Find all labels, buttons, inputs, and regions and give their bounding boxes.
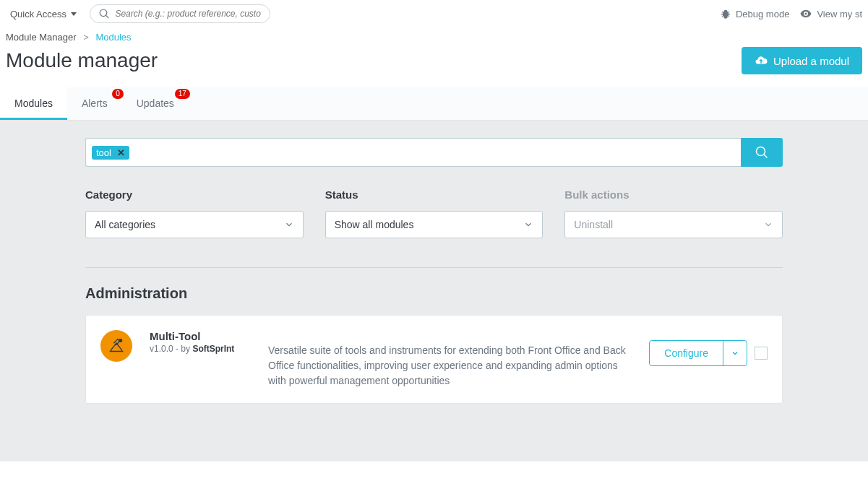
view-shop-label: View my st <box>817 9 862 19</box>
chevron-down-icon <box>731 349 739 357</box>
status-filter: Status Show all modules <box>325 188 543 238</box>
configure-button-group: Configure <box>649 340 747 366</box>
tab-updates-label: Updates <box>137 97 174 109</box>
search-tag: tool ✕ <box>92 146 129 160</box>
search-tag-text: tool <box>96 147 111 158</box>
category-label: Category <box>85 188 304 201</box>
search-icon <box>755 146 768 159</box>
section-divider <box>85 267 783 268</box>
status-value: Show all modules <box>335 219 414 230</box>
tab-modules-label: Modules <box>14 97 53 109</box>
section-title: Administration <box>85 285 783 302</box>
topbar: Quick Access Debug mode View my st <box>0 0 868 30</box>
tab-updates-badge: 17 <box>175 89 190 99</box>
category-select[interactable]: All categories <box>85 211 304 238</box>
module-by: - by <box>173 344 193 354</box>
quick-access-menu[interactable]: Quick Access <box>6 6 81 22</box>
module-search-button[interactable] <box>741 138 783 167</box>
filters-row: Category All categories Status Show all … <box>85 188 783 238</box>
global-search-input[interactable] <box>115 9 261 19</box>
tab-updates[interactable]: Updates 17 <box>122 87 189 120</box>
tab-alerts-label: Alerts <box>82 97 108 109</box>
cloud-upload-icon <box>755 54 768 67</box>
module-description: Versatile suite of tools and instruments… <box>268 330 632 389</box>
global-search[interactable] <box>90 4 270 23</box>
module-actions: Configure <box>649 330 768 366</box>
upload-module-button[interactable]: Upload a modul <box>742 47 862 74</box>
configure-button[interactable]: Configure <box>650 341 723 365</box>
tools-icon <box>106 335 127 357</box>
tab-modules[interactable]: Modules <box>0 87 67 120</box>
module-icon <box>100 330 132 362</box>
chevron-down-icon <box>763 220 773 230</box>
quick-access-label: Quick Access <box>10 9 66 19</box>
eye-icon <box>799 7 812 20</box>
module-author: SoftSprInt <box>192 344 234 354</box>
configure-dropdown-toggle[interactable] <box>723 341 747 365</box>
bulk-actions-select[interactable]: Uninstall <box>564 211 783 238</box>
debug-mode-label: Debug mode <box>736 9 789 19</box>
module-search-row: tool ✕ <box>85 138 783 167</box>
status-label: Status <box>325 188 543 201</box>
remove-tag-icon[interactable]: ✕ <box>117 147 125 158</box>
category-value: All categories <box>95 219 155 230</box>
breadcrumb-current[interactable]: Modules <box>95 32 131 43</box>
module-version: v1.0.0 <box>150 344 173 354</box>
breadcrumb-separator: > <box>83 32 89 43</box>
breadcrumb: Module Manager > Modules <box>0 30 868 43</box>
tab-alerts[interactable]: Alerts 0 <box>67 87 122 120</box>
module-select-checkbox[interactable] <box>755 347 768 360</box>
content-inner: tool ✕ Category All categories Status Sh… <box>0 138 868 404</box>
caret-down-icon <box>71 12 77 16</box>
bulk-actions-label: Bulk actions <box>564 188 783 201</box>
module-card: Multi-Tool v1.0.0 - by SoftSprInt Versat… <box>85 315 783 404</box>
page-title: Module manager <box>6 49 158 72</box>
bulk-actions-filter: Bulk actions Uninstall <box>564 188 783 238</box>
module-version-line: v1.0.0 - by SoftSprInt <box>150 344 251 354</box>
topbar-right: Debug mode View my st <box>720 7 862 20</box>
title-row: Module manager Upload a modul <box>0 43 868 87</box>
view-shop-link[interactable]: View my st <box>799 7 862 20</box>
svg-point-0 <box>119 339 122 342</box>
content-area: tool ✕ Category All categories Status Sh… <box>0 121 868 461</box>
chevron-down-icon <box>523 220 533 230</box>
debug-mode-link[interactable]: Debug mode <box>720 8 789 19</box>
bug-icon <box>720 8 731 19</box>
chevron-down-icon <box>284 220 294 230</box>
bulk-actions-value: Uninstall <box>574 219 613 230</box>
status-select[interactable]: Show all modules <box>325 211 543 238</box>
breadcrumb-parent[interactable]: Module Manager <box>6 32 77 43</box>
upload-button-label: Upload a modul <box>773 55 849 67</box>
module-name: Multi-Tool <box>150 330 251 342</box>
category-filter: Category All categories <box>85 188 304 238</box>
search-icon <box>99 8 109 19</box>
module-search-input[interactable]: tool ✕ <box>85 138 741 167</box>
module-meta: Multi-Tool v1.0.0 - by SoftSprInt <box>150 330 251 354</box>
tabs: Modules Alerts 0 Updates 17 <box>0 87 868 121</box>
